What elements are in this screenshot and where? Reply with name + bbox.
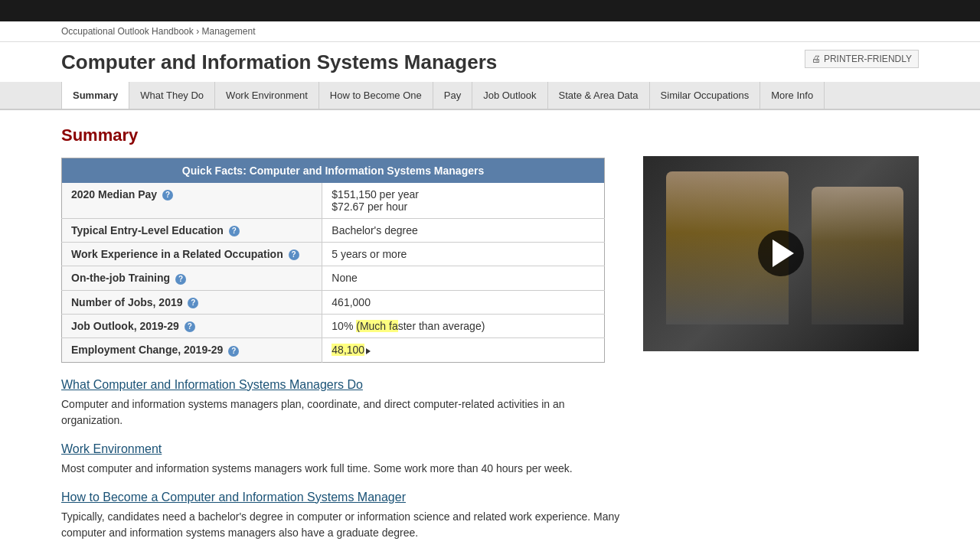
row-value: None — [322, 266, 605, 290]
table-row: On-the-job Training ? None — [62, 266, 605, 290]
row-label: 2020 Median Pay ? — [62, 183, 322, 219]
info-icon[interactable]: ? — [175, 274, 186, 285]
tab-what-they-do[interactable]: What They Do — [129, 82, 215, 109]
row-value: Bachelor's degree — [322, 218, 605, 242]
what-they-do-link[interactable]: What Computer and Information Systems Ma… — [61, 378, 620, 392]
breadcrumb-handbook[interactable]: Occupational Outlook Handbook — [61, 26, 194, 37]
table-row: Work Experience in a Related Occupation … — [62, 243, 605, 266]
row-label: Work Experience in a Related Occupation … — [62, 243, 322, 266]
summary-title: Summary — [61, 126, 620, 145]
quick-facts-table: Quick Facts: Computer and Information Sy… — [61, 158, 605, 363]
row-value: 48,100 — [322, 338, 605, 362]
row-label: Typical Entry-Level Education ? — [62, 218, 322, 242]
how-to-become-link[interactable]: How to Become a Computer and Information… — [61, 491, 620, 504]
info-icon[interactable]: ? — [229, 226, 240, 236]
table-row: 2020 Median Pay ? $151,150 per year$72.6… — [62, 183, 605, 219]
what-they-do-desc: Computer and information systems manager… — [61, 396, 620, 429]
play-icon — [773, 240, 794, 267]
info-icon[interactable]: ? — [185, 321, 195, 332]
printer-friendly-button[interactable]: 🖨 PRINTER-FRIENDLY — [805, 50, 919, 68]
row-value: $151,150 per year$72.67 per hour — [322, 183, 605, 219]
breadcrumb-management[interactable]: Management — [201, 26, 255, 37]
work-environment-desc: Most computer and information systems ma… — [61, 461, 620, 477]
row-value: 10% (Much faster than average) — [322, 314, 605, 337]
page-title: Computer and Information Systems Manager… — [61, 50, 497, 76]
video-person-2 — [812, 187, 903, 324]
tab-similar-occupations[interactable]: Similar Occupations — [650, 82, 761, 109]
tab-pay[interactable]: Pay — [433, 82, 472, 109]
table-row: Typical Entry-Level Education ? Bachelor… — [62, 218, 605, 242]
content-area: Summary Quick Facts: Computer and Inform… — [0, 110, 980, 551]
video-thumbnail[interactable] — [643, 156, 919, 351]
main-content: Summary Quick Facts: Computer and Inform… — [61, 126, 620, 551]
tab-job-outlook[interactable]: Job Outlook — [472, 82, 547, 109]
breadcrumb: Occupational Outlook Handbook › Manageme… — [0, 21, 980, 42]
highlight-text: 48,100 — [332, 344, 364, 356]
tab-work-environment[interactable]: Work Environment — [215, 82, 319, 109]
row-label: Job Outlook, 2019-29 ? — [62, 314, 322, 337]
work-environment-link[interactable]: Work Environment — [61, 442, 620, 456]
table-row: Employment Change, 2019-29 ? 48,100 — [62, 338, 605, 362]
video-area — [643, 156, 919, 551]
tab-how-to-become-one[interactable]: How to Become One — [319, 82, 433, 109]
table-row: Number of Jobs, 2019 ? 461,000 — [62, 290, 605, 314]
play-button[interactable] — [758, 230, 804, 276]
row-value: 5 years or more — [322, 243, 605, 266]
info-icon[interactable]: ? — [289, 249, 299, 260]
top-bar — [0, 0, 980, 21]
nav-tabs: Summary What They Do Work Environment Ho… — [0, 82, 980, 110]
info-icon[interactable]: ? — [228, 346, 239, 357]
quick-facts-header: Quick Facts: Computer and Information Sy… — [62, 158, 605, 183]
table-row: Job Outlook, 2019-29 ? 10% (Much faster … — [62, 314, 605, 337]
printer-icon: 🖨 — [812, 54, 821, 64]
how-to-become-desc: Typically, candidates need a bachelor's … — [61, 509, 620, 541]
info-icon[interactable]: ? — [162, 190, 173, 201]
tab-more-info[interactable]: More Info — [760, 82, 825, 109]
row-value: 461,000 — [322, 290, 605, 314]
row-label: Number of Jobs, 2019 ? — [62, 290, 322, 314]
row-label: Employment Change, 2019-29 ? — [62, 338, 322, 362]
tab-state-area-data[interactable]: State & Area Data — [548, 82, 650, 109]
header-area: Computer and Information Systems Manager… — [0, 42, 980, 82]
info-icon[interactable]: ? — [188, 298, 198, 308]
tab-summary[interactable]: Summary — [61, 82, 129, 110]
row-label: On-the-job Training ? — [62, 266, 322, 290]
highlight-text: (Much fa — [356, 320, 397, 332]
cursor-indicator — [366, 348, 371, 354]
